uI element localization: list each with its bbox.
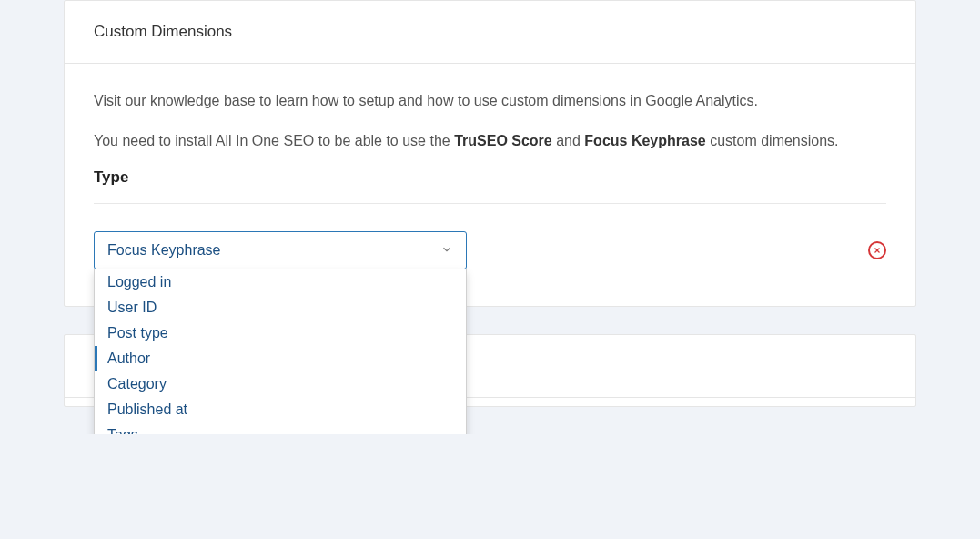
intro-text-1: Visit our knowledge base to learn how to…: [94, 89, 886, 113]
type-option[interactable]: Post type: [95, 320, 466, 346]
remove-button[interactable]: [868, 241, 886, 259]
panel-body: Visit our knowledge base to learn how to…: [65, 64, 915, 306]
panel-title: Custom Dimensions: [65, 1, 915, 64]
type-option[interactable]: Published at: [95, 397, 466, 422]
truseo-score-label: TruSEO Score: [454, 133, 552, 148]
how-to-setup-link[interactable]: how to setup: [312, 93, 395, 108]
type-select[interactable]: Focus Keyphrase: [94, 231, 467, 270]
how-to-use-link[interactable]: how to use: [427, 93, 497, 108]
type-option[interactable]: Category: [95, 371, 466, 397]
type-select-value: Focus Keyphrase: [107, 242, 221, 259]
all-in-one-seo-link[interactable]: All In One SEO: [216, 133, 315, 148]
type-label: Type: [94, 168, 886, 187]
dimension-row: Focus Keyphrase Logged inUser IDPost typ…: [94, 231, 886, 270]
type-option[interactable]: Tags: [95, 422, 466, 434]
type-dropdown[interactable]: Logged inUser IDPost typeAuthorCategoryP…: [94, 270, 467, 434]
close-icon: [873, 246, 882, 255]
focus-keyphrase-label: Focus Keyphrase: [584, 133, 705, 148]
type-option[interactable]: Logged in: [95, 270, 466, 295]
type-option[interactable]: User ID: [95, 295, 466, 320]
custom-dimensions-panel: Custom Dimensions Visit our knowledge ba…: [64, 0, 916, 307]
type-option[interactable]: Author: [95, 346, 466, 371]
type-select-wrap: Focus Keyphrase Logged inUser IDPost typ…: [94, 231, 467, 270]
divider: [94, 203, 886, 204]
chevron-down-icon: [440, 243, 453, 259]
intro-text-2: You need to install All In One SEO to be…: [94, 129, 886, 153]
